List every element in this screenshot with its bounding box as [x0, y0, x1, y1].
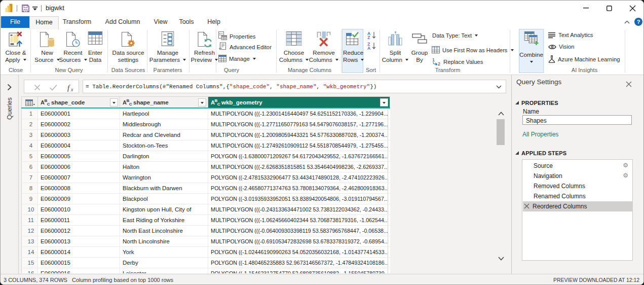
svg-text:2: 2 [438, 61, 440, 66]
svg-text:?: ? [637, 19, 640, 25]
svg-text:A: A [367, 46, 370, 50]
svg-text:f: f [67, 84, 70, 92]
svg-text:1: 1 [432, 57, 435, 62]
svg-text:x: x [70, 87, 73, 92]
svg-text:Z: Z [367, 35, 370, 40]
